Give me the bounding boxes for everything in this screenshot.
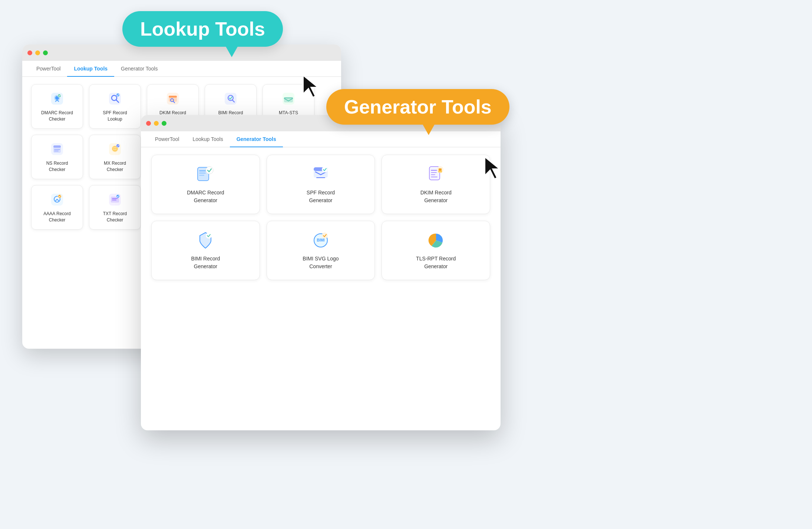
dmarc-gen-label: DMARC RecordGenerator [187,189,224,204]
bimi-svg-label: BIMI SVG LogoConverter [303,255,339,270]
spf-gen-label: SPF RecordGenerator [307,189,335,204]
spf-gen-icon [311,164,331,184]
generator-content: DMARC RecordGenerator SPF RecordGenerato… [141,147,501,288]
dmarc-checker-label: DMARC RecordChecker [41,110,73,122]
svg-rect-48 [199,172,206,174]
dmarc-gen-icon [195,164,215,184]
svg-point-67 [322,233,328,239]
svg-rect-20 [284,97,293,99]
spf-lookup-label: SPF RecordLookup [103,110,127,122]
tabs-front: PowerTool Lookup Tools Generator Tools [141,131,501,147]
tab-powertool-front[interactable]: PowerTool [148,132,186,147]
aaaa-check-icon [49,191,65,208]
tls-rpt-gen-card[interactable]: TLS-RPT RecordGenerator [382,221,490,280]
tls-gen-icon [426,230,446,250]
bimi-lookup-icon [222,91,239,107]
mx-record-checker-card[interactable]: MX RecordChecker [89,135,141,179]
dkim-lookup-icon [165,91,181,107]
lookup-tools-tooltip: Lookup Tools [122,11,283,47]
minimize-dot-front[interactable] [154,121,159,126]
svg-marker-71 [485,157,499,179]
svg-rect-62 [438,171,442,172]
svg-point-63 [206,233,212,239]
dmarc-gen-card[interactable]: DMARC RecordGenerator [151,155,260,214]
tab-lookup-back[interactable]: Lookup Tools [67,61,114,77]
generator-tools-tooltip-text: Generator Tools [344,96,492,118]
dkim-gen-card[interactable]: DKIM RecordGenerator [382,155,490,214]
svg-rect-49 [199,175,204,176]
mx-check-icon [107,141,123,157]
close-dot[interactable] [27,50,32,55]
maximize-dot[interactable] [43,50,48,55]
aaaa-record-checker-card[interactable]: AAAA RecordChecker [31,185,83,230]
tab-lookup-front[interactable]: Lookup Tools [186,132,230,147]
bimi-gen-card[interactable]: BIMI RecordGenerator [151,221,260,280]
svg-marker-70 [303,76,317,97]
dmarc-check-icon [49,91,65,107]
svg-rect-42 [112,200,116,200]
txt-record-checker-card[interactable]: TXT RecordChecker [89,185,141,230]
svg-rect-61 [439,168,442,171]
dkim-gen-label: DKIM RecordGenerator [420,189,452,204]
generator-tools-tooltip: Generator Tools [326,89,509,125]
tab-generator-back[interactable]: Generator Tools [114,61,164,77]
tabs-back: PowerTool Lookup Tools Generator Tools [22,61,341,77]
spf-lookup-icon [107,91,123,107]
lookup-tools-tooltip-text: Lookup Tools [140,18,265,40]
svg-rect-25 [54,151,59,151]
aaaa-checker-label: AAAA RecordChecker [43,211,70,223]
svg-rect-41 [112,198,118,199]
dmarc-record-checker-card[interactable]: DMARC RecordChecker [31,84,83,129]
mta-lookup-icon [280,91,297,107]
svg-text:BIMI: BIMI [317,238,324,242]
dkim-gen-icon [426,164,446,184]
bimi-svg-icon: BIMI [311,230,331,250]
titlebar-back [22,45,341,61]
cursor-lookup [300,74,323,100]
spf-record-lookup-card[interactable]: SPF RecordLookup [89,84,141,129]
tab-powertool-back[interactable]: PowerTool [30,61,67,77]
generator-grid: DMARC RecordGenerator SPF RecordGenerato… [151,155,490,280]
svg-point-53 [322,167,328,172]
spf-gen-card[interactable]: SPF RecordGenerator [267,155,375,214]
txt-check-icon [107,191,123,208]
ns-record-checker-card[interactable]: NS RecordChecker [31,135,83,179]
maximize-dot-front[interactable] [162,121,166,126]
svg-rect-24 [54,149,60,150]
tab-generator-front[interactable]: Generator Tools [230,132,283,147]
ns-check-icon [49,141,65,157]
minimize-dot[interactable] [35,50,40,55]
close-dot-front[interactable] [146,121,151,126]
bimi-gen-label: BIMI RecordGenerator [191,255,220,270]
bimi-svg-card[interactable]: BIMI BIMI SVG LogoConverter [267,221,375,280]
svg-point-50 [206,167,213,174]
svg-rect-23 [53,145,61,148]
txt-checker-label: TXT RecordChecker [103,211,127,223]
tls-gen-label: TLS-RPT RecordGenerator [416,255,456,270]
cursor-generator [482,156,504,182]
ns-checker-label: NS RecordChecker [46,160,68,173]
bimi-gen-icon [195,230,215,250]
mx-checker-label: MX RecordChecker [104,160,126,173]
svg-rect-12 [169,96,177,98]
front-window: PowerTool Lookup Tools Generator Tools D… [141,115,501,430]
